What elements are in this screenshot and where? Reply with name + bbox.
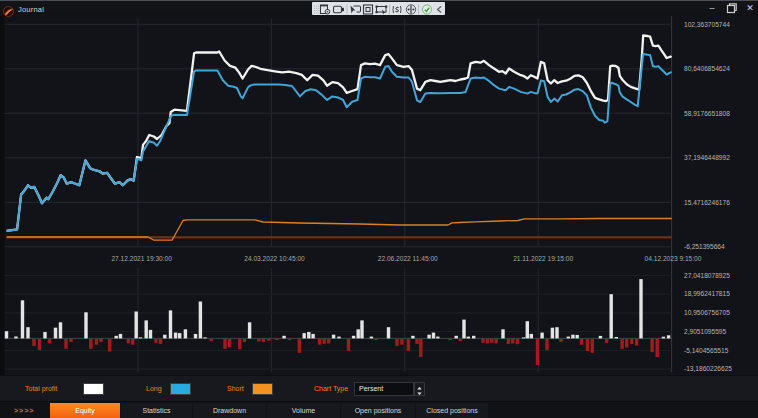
svg-text:10,9506756705: 10,9506756705 bbox=[684, 309, 730, 316]
svg-text:-13,1860226625: -13,1860226625 bbox=[684, 365, 732, 372]
svg-text:80,6406854624: 80,6406854624 bbox=[684, 65, 730, 72]
svg-text:102,363705744: 102,363705744 bbox=[684, 21, 730, 28]
svg-text:18,9962417815: 18,9962417815 bbox=[684, 290, 730, 297]
svg-text:21.11.2022 19:15:00: 21.11.2022 19:15:00 bbox=[513, 255, 573, 262]
svg-text:24.03.2022 10:45:00: 24.03.2022 10:45:00 bbox=[244, 255, 305, 262]
svg-text:-6,251395664: -6,251395664 bbox=[684, 243, 725, 250]
svg-text:2,9051095595: 2,9051095595 bbox=[684, 328, 727, 335]
svg-text:04.12.2023 9:15:00: 04.12.2023 9:15:00 bbox=[645, 255, 702, 262]
svg-text:22.06.2022 11:45:00: 22.06.2022 11:45:00 bbox=[378, 255, 438, 262]
svg-text:58,9176651808: 58,9176651808 bbox=[684, 110, 730, 117]
svg-text:37,1946448992: 37,1946448992 bbox=[684, 154, 730, 161]
svg-text:15,4716246176: 15,4716246176 bbox=[684, 199, 730, 206]
svg-text:27.12.2021 19:30:00: 27.12.2021 19:30:00 bbox=[111, 255, 172, 262]
svg-text:27,0418078925: 27,0418078925 bbox=[684, 272, 730, 279]
svg-text:-5,1404565515: -5,1404565515 bbox=[684, 347, 729, 354]
